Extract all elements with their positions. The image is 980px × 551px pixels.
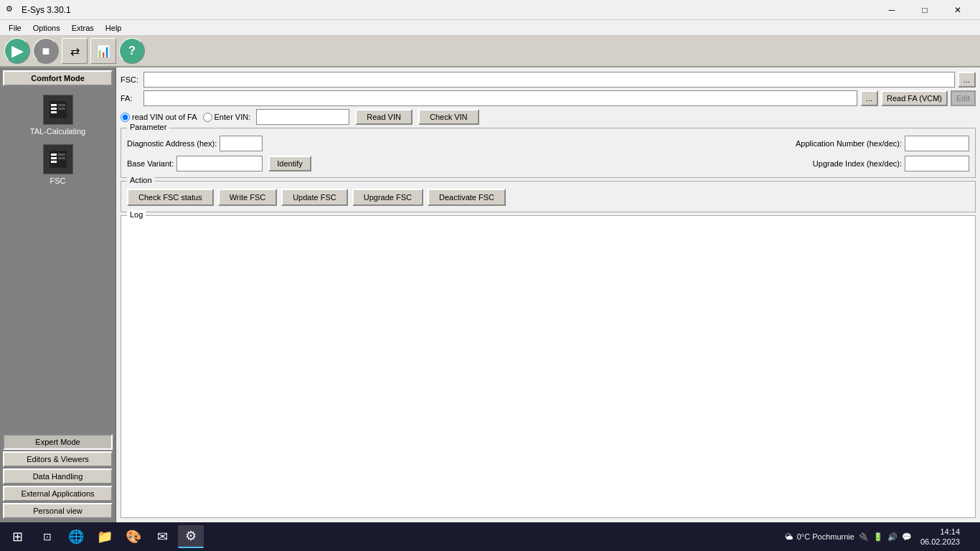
menu-options[interactable]: Options [27, 22, 66, 34]
base-variant-row: Base Variant: Identify [127, 156, 311, 171]
sidebar-item-tal[interactable]: TAL-Calculating [3, 90, 113, 140]
external-applications-button[interactable]: External Applications [3, 486, 113, 501]
sidebar: Comfort Mode TAL-Calculating [0, 67, 116, 522]
read-fa-button[interactable]: Read FA (VCM) [881, 90, 948, 106]
app-icon: ⚙ [6, 4, 17, 16]
data-handling-button[interactable]: Data Handling [3, 468, 113, 484]
fa-label-text: FA: [121, 94, 141, 103]
upgrade-index-input[interactable] [905, 156, 969, 171]
comfort-mode-label: Comfort Mode [3, 70, 113, 86]
action-group: Action Check FSC status Write FSC Update… [121, 181, 976, 212]
action-group-title: Action [127, 176, 155, 184]
deactivate-fsc-button[interactable]: Deactivate FSC [428, 189, 506, 206]
esys-icon[interactable]: ⚙ [178, 525, 204, 548]
svg-rect-7 [51, 154, 57, 156]
personal-view-button[interactable]: Personal view [3, 503, 113, 519]
battery-icon: 🔋 [873, 532, 883, 542]
svg-rect-3 [51, 111, 57, 113]
svg-rect-5 [58, 108, 65, 110]
fsc-row: FSC: ... [121, 72, 976, 88]
connect-button[interactable]: ▶ [4, 38, 30, 64]
read-vin-radio[interactable] [121, 113, 130, 122]
read-vin-label: read VIN out of FA [132, 113, 197, 121]
taskbar: ⊞ ⊡ 🌐 📁 🎨 ✉ ⚙ 🌥 0°C Pochmurnie 🔌 🔋 🔊 💬 1… [0, 522, 980, 551]
svg-rect-9 [51, 161, 57, 163]
read-vin-button[interactable]: Read VIN [355, 109, 413, 125]
fa-input[interactable] [143, 90, 857, 106]
expert-mode-button[interactable]: Expert Mode [3, 434, 113, 450]
minimize-button[interactable]: ─ [875, 0, 908, 20]
start-button[interactable]: ⊞ [3, 525, 32, 548]
editors-viewers-button[interactable]: Editors & Viewers [3, 451, 113, 467]
taskview-icon[interactable]: ⊡ [34, 525, 60, 548]
weather-text: 0°C Pochmurnie [797, 532, 854, 541]
menu-bar: File Options Extras Help [0, 20, 980, 36]
maximize-button[interactable]: □ [908, 0, 941, 20]
taskbar-sys-area: 🌥 0°C Pochmurnie 🔌 🔋 🔊 💬 [779, 532, 918, 542]
base-variant-input[interactable] [176, 156, 263, 171]
write-fsc-button[interactable]: Write FSC [218, 189, 278, 206]
app-num-row: Application Number (hex/dec): [796, 136, 969, 151]
vin-input[interactable] [256, 109, 349, 125]
menu-extras[interactable]: Extras [66, 22, 100, 34]
content-area: FSC: ... FA: ... Read FA (VCM) Edit read… [116, 67, 980, 522]
volume-icon: 🔊 [887, 532, 897, 542]
fa-browse-button[interactable]: ... [860, 90, 878, 106]
mail-icon[interactable]: ✉ [149, 525, 175, 548]
transfer-button[interactable]: ⇄ [62, 38, 88, 64]
action-buttons: Check FSC status Write FSC Update FSC Up… [127, 189, 969, 206]
svg-rect-8 [51, 157, 57, 159]
taskbar-time-area[interactable]: 14:14 06.02.2023 [920, 527, 960, 547]
paint-icon[interactable]: 🎨 [121, 525, 146, 548]
help-button[interactable]: ? [119, 38, 145, 64]
diag-addr-row: Diagnostic Address (hex): [127, 136, 263, 151]
enter-vin-radio[interactable] [203, 113, 212, 122]
main-layout: Comfort Mode TAL-Calculating [0, 67, 980, 522]
update-fsc-button[interactable]: Update FSC [281, 189, 348, 206]
clock-time: 14:14 [920, 527, 960, 537]
tal-icon [43, 95, 73, 125]
toolbar: ▶ ■ ⇄ 📊 ? [0, 36, 980, 67]
browser-icon[interactable]: 🌐 [63, 525, 89, 548]
svg-rect-10 [58, 154, 65, 156]
diag-addr-input[interactable] [220, 136, 263, 151]
clock-date: 06.02.2023 [920, 537, 960, 547]
check-fsc-status-button[interactable]: Check FSC status [127, 189, 214, 206]
menu-file[interactable]: File [3, 22, 27, 34]
identify-button[interactable]: Identify [268, 156, 311, 171]
svg-rect-1 [51, 104, 57, 106]
diag-addr-label: Diagnostic Address (hex): [127, 139, 217, 148]
chart-button[interactable]: 📊 [90, 38, 116, 64]
upgrade-fsc-button[interactable]: Upgrade FSC [352, 189, 423, 206]
stop-button[interactable]: ■ [33, 38, 59, 64]
log-title: Log [127, 210, 146, 219]
fsc-browse-button[interactable]: ... [958, 72, 976, 88]
fsc-label-text: FSC: [121, 75, 141, 84]
notify-icon[interactable]: 💬 [902, 532, 912, 542]
upgrade-index-label: Upgrade Index (hex/dec): [813, 159, 902, 168]
tal-label: TAL-Calculating [30, 127, 85, 136]
window-controls: ─ □ ✕ [875, 0, 974, 20]
explorer-icon[interactable]: 📁 [92, 525, 118, 548]
app-num-input[interactable] [905, 136, 969, 151]
read-vin-radio-label[interactable]: read VIN out of FA [121, 113, 197, 122]
fsc-label: FSC [50, 176, 66, 185]
close-button[interactable]: ✕ [941, 0, 974, 20]
menu-help[interactable]: Help [100, 22, 128, 34]
upgrade-index-row: Upgrade Index (hex/dec): [813, 156, 969, 171]
parameter-group-title: Parameter [127, 123, 169, 131]
sidebar-item-fsc[interactable]: FSC [3, 140, 113, 189]
svg-rect-4 [58, 104, 65, 106]
enter-vin-radio-label[interactable]: Enter VIN: [203, 113, 251, 122]
edit-button[interactable]: Edit [951, 90, 976, 106]
app-num-label: Application Number (hex/dec): [796, 139, 902, 148]
svg-rect-2 [51, 108, 57, 110]
title-bar: ⚙ E-Sys 3.30.1 ─ □ ✕ [0, 0, 980, 20]
weather-icon: 🌥 [785, 532, 793, 541]
fsc-icon [43, 144, 73, 174]
parameter-group: Parameter Diagnostic Address (hex): Appl… [121, 128, 976, 178]
vin-row: read VIN out of FA Enter VIN: Read VIN C… [121, 109, 976, 125]
log-group: Log [121, 215, 976, 518]
fsc-input[interactable] [143, 72, 955, 88]
check-vin-button[interactable]: Check VIN [418, 109, 479, 125]
